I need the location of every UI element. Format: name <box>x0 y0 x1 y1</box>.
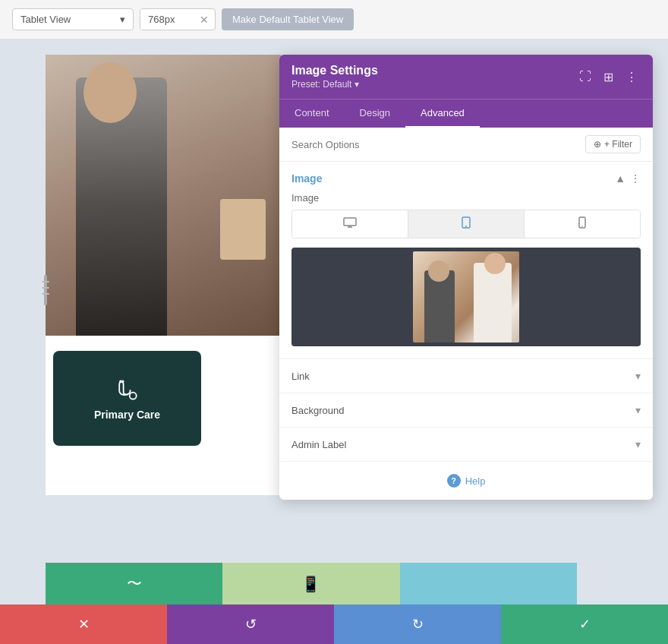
split-view-button[interactable]: ⊞ <box>600 67 616 87</box>
device-selector <box>291 210 641 238</box>
filter-button[interactable]: ⊕ + Filter <box>585 135 641 153</box>
link-section[interactable]: Link ▾ <box>279 358 653 393</box>
drag-handle[interactable] <box>42 267 49 313</box>
tablet-view-select[interactable]: Tablet View ▾ <box>12 8 134 30</box>
bottom-segment-blue <box>400 563 577 605</box>
filter-label: + Filter <box>604 139 632 150</box>
tab-design[interactable]: Design <box>345 99 405 128</box>
image-preview <box>413 251 519 343</box>
background-label: Background <box>291 405 344 416</box>
px-input[interactable] <box>140 9 194 30</box>
filter-icon: ⊕ <box>594 139 601 150</box>
image-settings-panel: Image Settings Preset: Default ▾ ⛶ ⊞ ⋮ C… <box>279 55 653 500</box>
canvas-area: Our Primary Care 〜 📱 <box>0 39 668 644</box>
more-options-button[interactable]: ⋮ <box>622 67 641 87</box>
waveform-icon: 〜 <box>127 573 142 594</box>
svg-rect-3 <box>344 218 356 226</box>
cancel-button[interactable]: ✕ <box>0 605 167 644</box>
admin-label-chevron: ▾ <box>635 438 641 450</box>
svg-point-0 <box>129 392 136 399</box>
drag-handle-visual <box>44 275 47 305</box>
phone-icon: 📱 <box>301 575 320 593</box>
primary-care-label: Primary Care <box>94 409 160 421</box>
image-field-label: Image <box>279 189 653 210</box>
section-collapse-button[interactable]: ▲ <box>615 172 625 185</box>
tablet-view-label: Tablet View <box>20 14 71 25</box>
link-label: Link <box>291 371 310 382</box>
panel-header-actions: ⛶ ⊞ ⋮ <box>576 67 641 87</box>
svg-point-2 <box>121 380 124 383</box>
section-more-button[interactable]: ⋮ <box>630 172 641 185</box>
bottom-color-bar: 〜 📱 <box>46 563 577 605</box>
background-chevron: ▾ <box>635 404 641 416</box>
make-default-button[interactable]: Make Default Tablet View <box>222 8 354 30</box>
tablet-icon <box>462 216 471 229</box>
search-bar: ⊕ + Filter <box>279 128 653 162</box>
panel-title: Image Settings <box>291 64 378 77</box>
bottom-segment-green: 〜 <box>46 563 222 605</box>
bottom-action-bar: ✕ ↺ ↻ ✓ <box>0 605 668 644</box>
panel-header: Image Settings Preset: Default ▾ ⛶ ⊞ ⋮ <box>279 55 653 99</box>
desktop-device-button[interactable] <box>292 210 408 238</box>
help-label: Help <box>465 475 486 487</box>
px-input-group: ✕ <box>140 8 216 30</box>
tablet-device-button[interactable] <box>408 210 525 238</box>
px-clear-button[interactable]: ✕ <box>194 11 215 29</box>
preview-visual <box>413 251 519 343</box>
bottom-segment-lightgreen: 📱 <box>222 563 399 605</box>
tab-content[interactable]: Content <box>279 99 345 128</box>
image-preview-area[interactable] <box>291 248 641 346</box>
help-icon: ? <box>447 474 461 488</box>
mobile-device-button[interactable] <box>525 210 640 238</box>
stethoscope-icon <box>114 377 141 404</box>
panel-preset[interactable]: Preset: Default ▾ <box>291 79 378 90</box>
section-actions: ▲ ⋮ <box>615 172 641 185</box>
desktop-icon <box>343 217 357 228</box>
admin-label-text: Admin Label <box>291 439 346 450</box>
svg-point-7 <box>581 226 583 227</box>
help-button[interactable]: ? Help <box>447 474 486 488</box>
undo-button[interactable]: ↺ <box>167 605 334 644</box>
admin-label-section[interactable]: Admin Label ▾ <box>279 427 653 461</box>
panel-header-left: Image Settings Preset: Default ▾ <box>291 64 378 90</box>
tablet-view-chevron: ▾ <box>120 14 125 25</box>
top-toolbar: Tablet View ▾ ✕ Make Default Tablet View <box>0 0 668 39</box>
primary-care-card: Primary Care <box>53 351 201 446</box>
link-chevron: ▾ <box>635 370 641 382</box>
help-section: ? Help <box>279 461 653 500</box>
background-section[interactable]: Background ▾ <box>279 393 653 427</box>
search-input[interactable] <box>291 139 585 150</box>
redo-button[interactable]: ↻ <box>334 605 501 644</box>
svg-point-5 <box>465 226 467 227</box>
fullscreen-button[interactable]: ⛶ <box>576 67 594 87</box>
image-section-header: Image ▲ ⋮ <box>279 162 653 189</box>
image-section-title: Image <box>291 172 322 185</box>
mobile-icon <box>578 216 586 229</box>
panel-tabs: Content Design Advanced <box>279 99 653 128</box>
tab-advanced[interactable]: Advanced <box>405 99 480 128</box>
save-button[interactable]: ✓ <box>501 605 668 644</box>
